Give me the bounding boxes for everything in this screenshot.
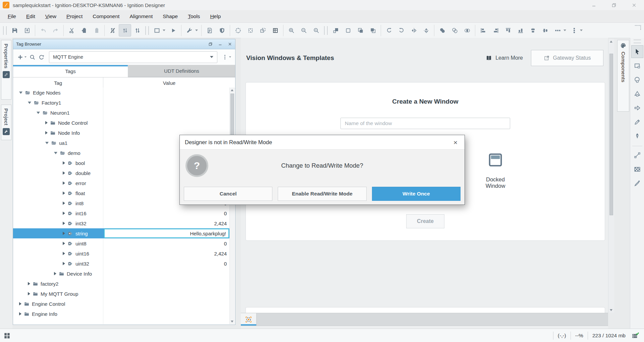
cancel-button[interactable]: Cancel	[184, 187, 272, 201]
save-button[interactable]	[8, 24, 21, 37]
eyedropper-tool-button[interactable]	[631, 177, 643, 190]
tree-row[interactable]: Edge Nodes	[13, 88, 230, 98]
workspace-tab-active[interactable]	[241, 313, 257, 326]
shape-union-button[interactable]	[436, 24, 448, 37]
window-maximize-button[interactable]	[604, 0, 624, 10]
cut-button[interactable]	[65, 24, 78, 37]
tab-project[interactable]: Project	[1, 105, 11, 140]
chevron-expanded-icon[interactable]	[37, 112, 40, 114]
tab-properties[interactable]: Properties	[1, 40, 11, 100]
tree-row[interactable]: uint162,424	[13, 248, 230, 259]
window-minimize-button[interactable]	[584, 0, 604, 10]
chevron-collapsed-icon[interactable]	[45, 121, 48, 124]
chevron-collapsed-icon[interactable]	[63, 212, 65, 215]
chevron-expanded-icon[interactable]	[19, 92, 22, 94]
chevron-collapsed-icon[interactable]	[63, 242, 65, 245]
create-button[interactable]: Create	[406, 214, 444, 228]
toolbar-grip[interactable]	[324, 26, 328, 35]
chevron-down-icon[interactable]	[564, 30, 566, 31]
tree-row[interactable]: stringHello,sparkplug!	[13, 228, 230, 238]
chevron-down-icon[interactable]	[163, 30, 165, 31]
window-name-input[interactable]	[340, 118, 510, 129]
panel-minimize-icon[interactable]	[218, 42, 222, 46]
write-once-button[interactable]: Write Once	[372, 187, 461, 201]
dialog-close-button[interactable]: ×	[451, 138, 460, 146]
toolbar-grip[interactable]	[145, 26, 149, 35]
scroll-up-icon[interactable]	[231, 89, 233, 91]
menu-shape[interactable]: Shape	[158, 13, 183, 19]
toolbar-grip[interactable]	[3, 26, 7, 35]
add-tag-button[interactable]	[16, 51, 28, 63]
shape-ellipse-tool-button[interactable]	[631, 73, 643, 86]
size-match-button[interactable]	[257, 24, 269, 37]
chevron-collapsed-icon[interactable]	[63, 171, 65, 175]
shape-subtract-button[interactable]	[448, 24, 461, 37]
paste-special-button[interactable]	[78, 24, 90, 37]
scroll-down-icon[interactable]	[231, 321, 233, 323]
order-back-button[interactable]	[342, 24, 354, 37]
zoom-out-button[interactable]	[298, 24, 310, 37]
menu-view[interactable]: View	[40, 13, 61, 19]
flip-v-button[interactable]	[420, 24, 432, 37]
chevron-collapsed-icon[interactable]	[63, 222, 65, 225]
pencil-tool-button[interactable]	[631, 116, 643, 128]
align-right-button[interactable]	[489, 24, 502, 37]
panel-close-icon[interactable]	[228, 42, 232, 46]
menu-edit[interactable]: Edit	[21, 13, 40, 19]
chevron-collapsed-icon[interactable]	[19, 302, 21, 305]
column-header-tag[interactable]: Tag	[13, 77, 103, 88]
chevron-collapsed-icon[interactable]	[54, 272, 56, 275]
window-close-button[interactable]	[624, 0, 644, 10]
save-import-button[interactable]	[21, 24, 33, 37]
grid-icon[interactable]	[3, 332, 11, 339]
tree-row[interactable]: Node Control	[13, 118, 230, 128]
refresh-tags-button[interactable]	[37, 51, 46, 63]
order-front-button[interactable]	[354, 24, 367, 37]
enable-read-write-button[interactable]: Enable Read/Write Mode	[278, 187, 366, 201]
distribute-h-button[interactable]	[551, 24, 564, 37]
chevron-collapsed-icon[interactable]	[63, 252, 65, 255]
pattern-tool-button[interactable]	[631, 163, 643, 176]
cursor-tool-button[interactable]	[631, 45, 643, 58]
column-header-value[interactable]: Value	[103, 77, 235, 88]
rotate-cw-button[interactable]	[383, 24, 395, 37]
scroll-down-icon[interactable]	[610, 309, 612, 311]
search-tags-button[interactable]	[28, 51, 37, 63]
chevron-down-icon[interactable]	[580, 30, 583, 31]
align-center-h-button[interactable]	[527, 24, 539, 37]
size-expand-button[interactable]	[232, 24, 244, 37]
play-button[interactable]	[167, 24, 179, 37]
chevron-collapsed-icon[interactable]	[63, 181, 65, 185]
menu-alignment[interactable]: Alignment	[124, 13, 158, 19]
workspace-scrollbar[interactable]	[608, 39, 614, 313]
size-custom-button[interactable]	[269, 24, 281, 37]
tag-provider-select[interactable]: MQTT Engine	[49, 51, 217, 63]
order-forward-button[interactable]	[329, 24, 342, 37]
tree-row[interactable]: int160	[13, 208, 230, 218]
tree-row[interactable]: Neuron1	[13, 108, 230, 118]
undo-button[interactable]	[37, 24, 49, 37]
menu-file[interactable]: File	[3, 13, 21, 19]
tree-row[interactable]: Engine Control	[13, 299, 230, 309]
tree-row[interactable]: Engine Info	[13, 309, 230, 319]
shield-button[interactable]	[216, 24, 228, 37]
redo-button[interactable]	[49, 24, 62, 37]
chevron-collapsed-icon[interactable]	[28, 292, 30, 295]
pipes-off-button[interactable]	[106, 24, 119, 37]
tab-components[interactable]: Components	[617, 40, 629, 112]
chevron-collapsed-icon[interactable]	[63, 202, 65, 205]
tree-row[interactable]: Factory1	[13, 98, 230, 108]
chevron-collapsed-icon[interactable]	[63, 161, 65, 165]
tag-value-editor[interactable]: Hello,sparkplug!	[104, 229, 229, 238]
scrollbar-thumb[interactable]	[609, 54, 613, 215]
chevron-collapsed-icon[interactable]	[63, 191, 65, 195]
flip-h-button[interactable]	[408, 24, 420, 37]
menu-tools[interactable]: Tools	[183, 13, 205, 19]
chevron-collapsed-icon[interactable]	[19, 312, 21, 316]
zoom-in-button[interactable]	[285, 24, 298, 37]
tag-browser-header[interactable]: Tag Browser	[13, 39, 235, 49]
window-new-button[interactable]	[151, 24, 163, 37]
distribute-v-button[interactable]	[568, 24, 580, 37]
wrench-button[interactable]	[183, 24, 196, 37]
chevron-collapsed-icon[interactable]	[63, 262, 65, 265]
